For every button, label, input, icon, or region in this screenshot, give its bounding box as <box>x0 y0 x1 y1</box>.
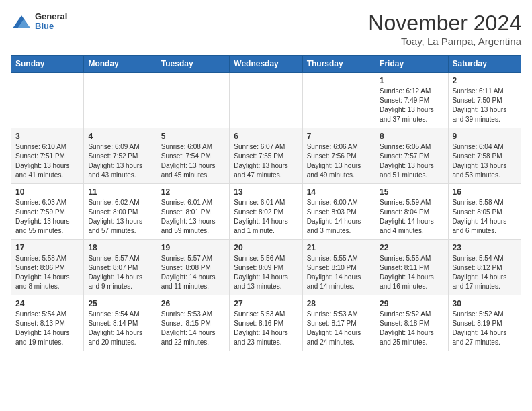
day-number: 28 <box>307 299 371 308</box>
day-number: 2 <box>453 76 517 85</box>
day-number: 10 <box>15 187 79 197</box>
day-number: 24 <box>15 299 79 308</box>
calendar-week-row: 10Sunrise: 6:03 AM Sunset: 7:59 PM Dayli… <box>11 184 521 240</box>
calendar-cell: 17Sunrise: 5:58 AM Sunset: 8:06 PM Dayli… <box>11 240 84 295</box>
calendar-week-row: 17Sunrise: 5:58 AM Sunset: 8:06 PM Dayli… <box>11 240 521 295</box>
day-number: 4 <box>88 132 152 141</box>
calendar-cell: 6Sunrise: 6:07 AM Sunset: 7:55 PM Daylig… <box>230 128 302 184</box>
calendar-cell: 14Sunrise: 6:00 AM Sunset: 8:03 PM Dayli… <box>302 184 375 240</box>
day-number: 7 <box>307 132 371 141</box>
calendar-cell: 29Sunrise: 5:52 AM Sunset: 8:18 PM Dayli… <box>375 295 448 351</box>
calendar-cell: 8Sunrise: 6:05 AM Sunset: 7:57 PM Daylig… <box>375 128 448 184</box>
calendar-cell: 26Sunrise: 5:53 AM Sunset: 8:15 PM Dayli… <box>157 295 229 351</box>
day-number: 17 <box>15 243 79 253</box>
day-info: Sunrise: 6:01 AM Sunset: 8:02 PM Dayligh… <box>234 198 298 236</box>
day-number: 21 <box>307 243 371 253</box>
day-info: Sunrise: 6:00 AM Sunset: 8:03 PM Dayligh… <box>307 198 371 236</box>
day-info: Sunrise: 5:59 AM Sunset: 8:04 PM Dayligh… <box>380 198 443 236</box>
calendar-cell: 23Sunrise: 5:54 AM Sunset: 8:12 PM Dayli… <box>448 240 521 295</box>
day-number: 8 <box>380 132 443 141</box>
logo-blue: Blue <box>35 21 67 31</box>
day-number: 20 <box>234 243 298 253</box>
day-info: Sunrise: 5:52 AM Sunset: 8:18 PM Dayligh… <box>380 310 443 347</box>
day-info: Sunrise: 6:01 AM Sunset: 8:01 PM Dayligh… <box>161 198 225 236</box>
day-number: 14 <box>307 187 371 197</box>
day-info: Sunrise: 6:08 AM Sunset: 7:54 PM Dayligh… <box>161 142 225 180</box>
calendar-cell: 13Sunrise: 6:01 AM Sunset: 8:02 PM Dayli… <box>230 184 302 240</box>
calendar-cell: 19Sunrise: 5:57 AM Sunset: 8:08 PM Dayli… <box>157 240 229 295</box>
day-number: 18 <box>88 243 152 253</box>
page-header: General Blue November 2024 Toay, La Pamp… <box>11 11 521 47</box>
calendar-cell <box>302 73 375 128</box>
day-number: 19 <box>161 243 225 253</box>
day-info: Sunrise: 6:06 AM Sunset: 7:56 PM Dayligh… <box>307 142 371 180</box>
logo: General Blue <box>11 11 67 32</box>
day-info: Sunrise: 5:54 AM Sunset: 8:14 PM Dayligh… <box>88 310 152 347</box>
day-info: Sunrise: 6:10 AM Sunset: 7:51 PM Dayligh… <box>15 142 79 180</box>
day-number: 22 <box>380 243 443 253</box>
calendar-title: November 2024 <box>368 11 521 36</box>
day-info: Sunrise: 6:12 AM Sunset: 7:49 PM Dayligh… <box>380 87 443 124</box>
weekday-header: Thursday <box>302 56 375 73</box>
day-info: Sunrise: 5:58 AM Sunset: 8:06 PM Dayligh… <box>15 254 79 291</box>
day-number: 11 <box>88 187 152 197</box>
day-number: 23 <box>453 243 517 253</box>
calendar-cell: 24Sunrise: 5:54 AM Sunset: 8:13 PM Dayli… <box>11 295 84 351</box>
calendar-cell: 27Sunrise: 5:53 AM Sunset: 8:16 PM Dayli… <box>230 295 302 351</box>
calendar-cell: 7Sunrise: 6:06 AM Sunset: 7:56 PM Daylig… <box>302 128 375 184</box>
day-number: 30 <box>453 299 517 308</box>
calendar-cell: 25Sunrise: 5:54 AM Sunset: 8:14 PM Dayli… <box>84 295 157 351</box>
calendar-cell: 21Sunrise: 5:55 AM Sunset: 8:10 PM Dayli… <box>302 240 375 295</box>
day-info: Sunrise: 5:58 AM Sunset: 8:05 PM Dayligh… <box>453 198 517 236</box>
day-info: Sunrise: 6:09 AM Sunset: 7:52 PM Dayligh… <box>88 142 152 180</box>
day-number: 12 <box>161 187 225 197</box>
calendar-cell <box>230 73 302 128</box>
day-number: 13 <box>234 187 298 197</box>
calendar-cell: 9Sunrise: 6:04 AM Sunset: 7:58 PM Daylig… <box>448 128 521 184</box>
calendar-cell: 30Sunrise: 5:52 AM Sunset: 8:19 PM Dayli… <box>448 295 521 351</box>
title-block: November 2024 Toay, La Pampa, Argentina <box>368 11 521 47</box>
weekday-header: Friday <box>375 56 448 73</box>
calendar-cell: 2Sunrise: 6:11 AM Sunset: 7:50 PM Daylig… <box>448 73 521 128</box>
day-number: 1 <box>380 76 443 85</box>
day-number: 3 <box>15 132 79 141</box>
day-info: Sunrise: 5:57 AM Sunset: 8:08 PM Dayligh… <box>161 254 225 291</box>
day-info: Sunrise: 5:54 AM Sunset: 8:12 PM Dayligh… <box>453 254 517 291</box>
day-number: 27 <box>234 299 298 308</box>
logo-text: General Blue <box>35 12 67 32</box>
calendar-cell: 11Sunrise: 6:02 AM Sunset: 8:00 PM Dayli… <box>84 184 157 240</box>
day-info: Sunrise: 5:55 AM Sunset: 8:11 PM Dayligh… <box>380 254 443 291</box>
day-info: Sunrise: 5:54 AM Sunset: 8:13 PM Dayligh… <box>15 310 79 347</box>
day-info: Sunrise: 6:07 AM Sunset: 7:55 PM Dayligh… <box>234 142 298 180</box>
day-number: 29 <box>380 299 443 308</box>
calendar-cell: 15Sunrise: 5:59 AM Sunset: 8:04 PM Dayli… <box>375 184 448 240</box>
day-number: 9 <box>453 132 517 141</box>
logo-general: General <box>35 12 67 21</box>
day-info: Sunrise: 5:57 AM Sunset: 8:07 PM Dayligh… <box>88 254 152 291</box>
calendar-cell: 12Sunrise: 6:01 AM Sunset: 8:01 PM Dayli… <box>157 184 229 240</box>
calendar-subtitle: Toay, La Pampa, Argentina <box>368 36 521 47</box>
day-number: 15 <box>380 187 443 197</box>
day-info: Sunrise: 6:11 AM Sunset: 7:50 PM Dayligh… <box>453 87 517 124</box>
calendar-cell: 10Sunrise: 6:03 AM Sunset: 7:59 PM Dayli… <box>11 184 84 240</box>
day-info: Sunrise: 6:02 AM Sunset: 8:00 PM Dayligh… <box>88 198 152 236</box>
day-info: Sunrise: 5:53 AM Sunset: 8:16 PM Dayligh… <box>234 310 298 347</box>
day-info: Sunrise: 5:52 AM Sunset: 8:19 PM Dayligh… <box>453 310 517 347</box>
weekday-header: Tuesday <box>157 56 229 73</box>
day-number: 5 <box>161 132 225 141</box>
calendar-week-row: 3Sunrise: 6:10 AM Sunset: 7:51 PM Daylig… <box>11 128 521 184</box>
day-info: Sunrise: 5:53 AM Sunset: 8:17 PM Dayligh… <box>307 310 371 347</box>
day-info: Sunrise: 5:53 AM Sunset: 8:15 PM Dayligh… <box>161 310 225 347</box>
day-info: Sunrise: 6:05 AM Sunset: 7:57 PM Dayligh… <box>380 142 443 180</box>
calendar-table: SundayMondayTuesdayWednesdayThursdayFrid… <box>11 55 521 351</box>
day-info: Sunrise: 5:55 AM Sunset: 8:10 PM Dayligh… <box>307 254 371 291</box>
weekday-header: Saturday <box>448 56 521 73</box>
day-info: Sunrise: 5:56 AM Sunset: 8:09 PM Dayligh… <box>234 254 298 291</box>
calendar-cell: 18Sunrise: 5:57 AM Sunset: 8:07 PM Dayli… <box>84 240 157 295</box>
day-number: 16 <box>453 187 517 197</box>
calendar-cell: 28Sunrise: 5:53 AM Sunset: 8:17 PM Dayli… <box>302 295 375 351</box>
calendar-cell: 3Sunrise: 6:10 AM Sunset: 7:51 PM Daylig… <box>11 128 84 184</box>
calendar-cell <box>84 73 157 128</box>
calendar-header-row: SundayMondayTuesdayWednesdayThursdayFrid… <box>11 56 521 73</box>
weekday-header: Monday <box>84 56 157 73</box>
